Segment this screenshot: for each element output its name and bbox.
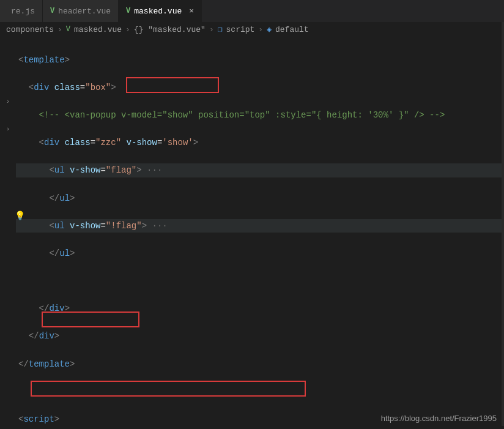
breadcrumb-item[interactable]: {} "masked.vue": [134, 25, 206, 34]
vue-icon: V: [66, 25, 70, 34]
chevron-right-icon: ›: [258, 25, 263, 34]
tab-headert-vue[interactable]: V headert.vue: [43, 0, 119, 22]
breadcrumb-item[interactable]: script: [226, 25, 255, 34]
editor-tabs: re.js V headert.vue V masked.vue ×: [0, 0, 504, 22]
gutter: › ›: [0, 37, 16, 427]
vue-icon: V: [50, 7, 54, 15]
tab-masked-vue[interactable]: V masked.vue ×: [119, 0, 202, 22]
chevron-right-icon: ›: [125, 25, 130, 34]
lightbulb-icon[interactable]: 💡: [15, 211, 25, 221]
breadcrumb-item[interactable]: default: [275, 25, 309, 34]
tab-label: headert.vue: [58, 7, 111, 16]
breadcrumb-item[interactable]: components: [6, 25, 54, 34]
watermark: https://blog.csdn.net/Frazier1995: [381, 414, 497, 423]
fold-icon[interactable]: ›: [0, 94, 16, 108]
module-icon: ❐: [218, 24, 223, 34]
breadcrumb: components › V masked.vue › {} "masked.v…: [0, 22, 504, 37]
code-editor[interactable]: › › <template> <div class="box"> <!-- <v…: [0, 37, 504, 427]
tab-label: masked.vue: [134, 7, 182, 16]
vue-icon: V: [126, 7, 130, 15]
tab-label: re.js: [11, 7, 35, 16]
tab-re-js[interactable]: re.js: [0, 0, 43, 22]
close-icon[interactable]: ×: [189, 7, 194, 16]
chevron-right-icon: ›: [57, 25, 62, 34]
variable-icon: ◈: [267, 24, 272, 34]
chevron-right-icon: ›: [209, 25, 214, 34]
breadcrumb-item[interactable]: masked.vue: [74, 25, 122, 34]
code-content[interactable]: <template> <div class="box"> <!-- <van-p…: [16, 37, 504, 427]
fold-icon[interactable]: ›: [0, 122, 16, 136]
minimap[interactable]: [502, 22, 504, 426]
